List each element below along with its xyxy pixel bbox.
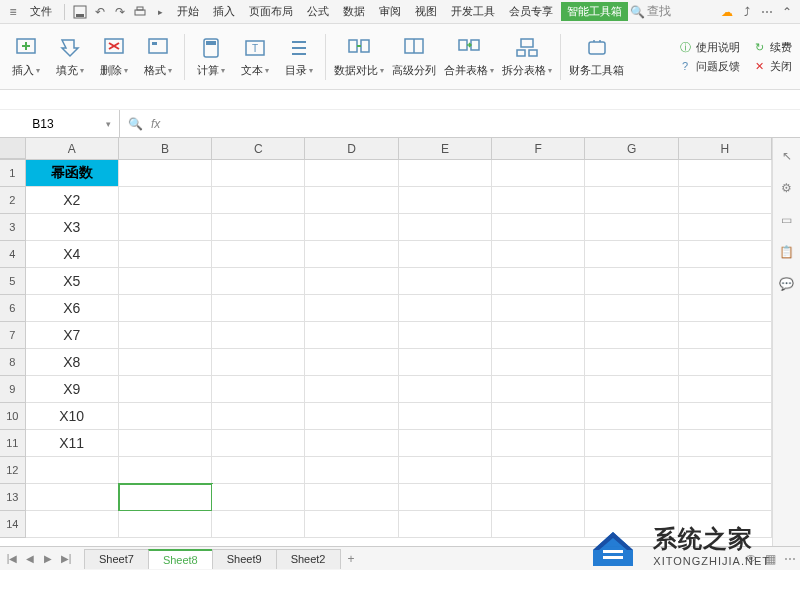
cell[interactable] (119, 376, 212, 403)
cell[interactable] (305, 322, 398, 349)
cell[interactable] (212, 214, 305, 241)
cell[interactable]: X11 (26, 430, 119, 457)
cell[interactable] (585, 268, 678, 295)
ribbon-split-table[interactable]: 拆分表格▾ (502, 35, 552, 78)
name-box-input[interactable] (8, 117, 78, 131)
sheet-tab[interactable]: Sheet2 (276, 549, 341, 569)
cell[interactable] (679, 322, 772, 349)
cell[interactable] (399, 160, 492, 187)
select-all-corner[interactable] (0, 138, 26, 159)
cell[interactable] (119, 403, 212, 430)
ribbon-data-compare[interactable]: 数据对比▾ (334, 35, 384, 78)
row-head[interactable]: 9 (0, 376, 26, 403)
settings-icon[interactable]: ⚙ (777, 178, 797, 198)
renew-link[interactable]: ↻续费 (752, 40, 792, 55)
file-menu[interactable]: 文件 (24, 2, 58, 21)
cell[interactable] (119, 214, 212, 241)
ribbon-finance[interactable]: 财务工具箱 (569, 35, 624, 78)
ribbon-insert[interactable]: 插入▾ (8, 35, 44, 78)
more-icon[interactable]: ⋯ (758, 3, 776, 21)
cell[interactable] (119, 430, 212, 457)
col-head-c[interactable]: C (212, 138, 305, 159)
cursor-icon[interactable]: ↖ (777, 146, 797, 166)
nav-prev-icon[interactable]: ◀ (22, 551, 38, 567)
row-head[interactable]: 4 (0, 241, 26, 268)
cell[interactable] (212, 484, 305, 511)
tab-formula[interactable]: 公式 (301, 2, 335, 21)
cell[interactable] (399, 457, 492, 484)
cell[interactable] (585, 403, 678, 430)
name-box[interactable]: ▾ (0, 110, 120, 137)
cell[interactable] (492, 295, 585, 322)
cell[interactable] (492, 484, 585, 511)
search-fx-icon[interactable]: 🔍 (128, 117, 143, 131)
cell[interactable] (212, 268, 305, 295)
cell[interactable]: X4 (26, 241, 119, 268)
cloud-icon[interactable]: ☁ (718, 3, 736, 21)
tab-review[interactable]: 审阅 (373, 2, 407, 21)
cell[interactable]: X2 (26, 187, 119, 214)
cell[interactable] (585, 349, 678, 376)
row-head[interactable]: 10 (0, 403, 26, 430)
cell[interactable] (679, 241, 772, 268)
cell[interactable] (585, 241, 678, 268)
cell[interactable] (585, 322, 678, 349)
row-head[interactable]: 14 (0, 511, 26, 538)
cell[interactable] (305, 376, 398, 403)
tab-layout[interactable]: 页面布局 (243, 2, 299, 21)
cell[interactable] (492, 214, 585, 241)
col-head-h[interactable]: H (679, 138, 772, 159)
cell[interactable] (585, 430, 678, 457)
menu-icon[interactable]: ≡ (4, 3, 22, 21)
cell[interactable]: X9 (26, 376, 119, 403)
tab-start[interactable]: 开始 (171, 2, 205, 21)
cell[interactable] (212, 187, 305, 214)
usage-link[interactable]: ⓘ使用说明 (678, 40, 740, 55)
cell[interactable] (399, 349, 492, 376)
cell[interactable] (492, 511, 585, 538)
row-head[interactable]: 11 (0, 430, 26, 457)
tab-developer[interactable]: 开发工具 (445, 2, 501, 21)
cell[interactable] (399, 403, 492, 430)
cell[interactable] (119, 457, 212, 484)
cell[interactable] (399, 511, 492, 538)
cell[interactable] (679, 457, 772, 484)
cell[interactable] (585, 484, 678, 511)
tab-insert[interactable]: 插入 (207, 2, 241, 21)
cell[interactable] (492, 241, 585, 268)
cell[interactable] (305, 214, 398, 241)
panel-icon[interactable]: ▭ (777, 210, 797, 230)
row-head[interactable]: 1 (0, 160, 26, 187)
cell[interactable] (212, 511, 305, 538)
cell[interactable]: X8 (26, 349, 119, 376)
cell[interactable] (492, 349, 585, 376)
cell[interactable] (119, 349, 212, 376)
cell[interactable] (305, 403, 398, 430)
ribbon-calc[interactable]: 计算▾ (193, 35, 229, 78)
tab-smart-toolbox[interactable]: 智能工具箱 (561, 2, 628, 21)
ribbon-format[interactable]: 格式▾ (140, 35, 176, 78)
dots-icon[interactable]: ⋯ (784, 552, 796, 566)
ribbon-split-column[interactable]: 高级分列 (392, 35, 436, 78)
cell[interactable]: X5 (26, 268, 119, 295)
cell[interactable] (119, 241, 212, 268)
formula-input[interactable] (168, 114, 792, 134)
grid-view-icon[interactable]: ▦ (765, 552, 776, 566)
cell[interactable] (399, 268, 492, 295)
cell[interactable] (119, 187, 212, 214)
cell[interactable] (305, 160, 398, 187)
row-head[interactable]: 6 (0, 295, 26, 322)
view-icon[interactable]: 👁 (745, 552, 757, 566)
ribbon-fill[interactable]: 填充▾ (52, 35, 88, 78)
cell[interactable] (492, 457, 585, 484)
ribbon-delete[interactable]: 删除▾ (96, 35, 132, 78)
nav-first-icon[interactable]: |◀ (4, 551, 20, 567)
cell[interactable] (585, 214, 678, 241)
nav-next-icon[interactable]: ▶ (40, 551, 56, 567)
nav-last-icon[interactable]: ▶| (58, 551, 74, 567)
cell[interactable]: X3 (26, 214, 119, 241)
tab-data[interactable]: 数据 (337, 2, 371, 21)
sheet-tab-active[interactable]: Sheet8 (148, 549, 213, 569)
cell[interactable] (492, 322, 585, 349)
cell[interactable] (679, 511, 772, 538)
